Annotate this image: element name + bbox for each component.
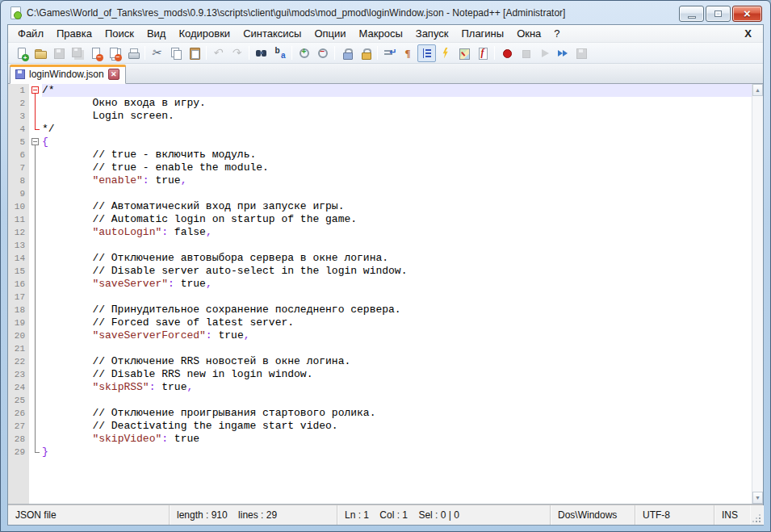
code-line-14[interactable]: 14 // Отключение автовыбора сервера в ок… <box>8 252 752 265</box>
tab-loginwindow-json[interactable]: loginWindow.json ✕ <box>10 65 126 84</box>
code-line-1[interactable]: 1/* <box>8 84 752 97</box>
save-file-icon <box>52 47 65 60</box>
code-text <box>42 239 752 252</box>
scroll-up-icon[interactable]: ▲ <box>752 84 763 96</box>
sync-scroll-horizontal-button[interactable] <box>356 44 375 62</box>
menu-?[interactable]: ? <box>547 26 566 41</box>
code-line-28[interactable]: 28 "skipVideo": true <box>8 433 752 446</box>
title-bar[interactable]: C:\Games\World_of_Tanks\res_mods\0.9.13\… <box>1 1 770 24</box>
fold-margin <box>29 174 42 187</box>
code-line-22[interactable]: 22 // Отключение RRS новостей в окне лог… <box>8 355 752 368</box>
code-line-4[interactable]: 4*/ <box>8 123 752 136</box>
sync-scroll-vertical-button[interactable] <box>337 44 356 62</box>
fold-margin <box>29 407 42 420</box>
record-macro-button[interactable] <box>497 44 516 62</box>
code-line-8[interactable]: 8 "enable": true, <box>8 174 752 187</box>
menu-правка[interactable]: Правка <box>50 26 98 41</box>
code-line-29[interactable]: 29} <box>8 446 752 459</box>
run-macro-multiple-times-button[interactable] <box>553 44 572 62</box>
show-all-characters-button[interactable] <box>399 44 417 62</box>
code-line-9[interactable]: 9 <box>8 187 752 200</box>
function-list-button[interactable] <box>473 44 492 62</box>
zoom-in-button[interactable] <box>295 44 313 62</box>
menu-вид[interactable]: Вид <box>140 26 173 41</box>
copy-button[interactable] <box>166 44 185 62</box>
code-line-23[interactable]: 23 // Disable RRS new in login window. <box>8 368 752 381</box>
menu-окна[interactable]: Окна <box>510 26 547 41</box>
indent-guide-button[interactable] <box>417 44 436 62</box>
close-file-button[interactable] <box>86 44 105 62</box>
restore-button[interactable] <box>706 6 731 22</box>
fold-margin <box>29 433 42 446</box>
code-line-11[interactable]: 11 // Automatic login on startup of the … <box>8 213 752 226</box>
code-line-26[interactable]: 26 // Отключение проигрывания стартового… <box>8 407 752 420</box>
close-file-icon <box>90 47 103 60</box>
code-line-18[interactable]: 18 // Принудительное сохранение последне… <box>8 304 752 316</box>
toolbar-separator <box>377 46 378 60</box>
fold-margin <box>29 329 42 342</box>
code-line-6[interactable]: 6 // true - включить модуль. <box>8 149 752 161</box>
code-line-10[interactable]: 10 // Автоматический вход при запуске иг… <box>8 200 752 213</box>
code-line-12[interactable]: 12 "autoLogin": false, <box>8 226 752 239</box>
fold-toggle-icon[interactable] <box>29 136 42 149</box>
code-text: "skipVideo": true <box>42 433 752 446</box>
line-number: 10 <box>8 200 29 213</box>
line-number: 14 <box>8 252 29 265</box>
line-number: 11 <box>8 213 29 226</box>
menu-плагины[interactable]: Плагины <box>455 26 510 41</box>
print-button[interactable] <box>124 44 142 62</box>
code-line-27[interactable]: 27 // Deactivating the ingame start vide… <box>8 420 752 433</box>
code-line-21[interactable]: 21 <box>8 342 752 355</box>
zoom-out-button[interactable] <box>313 44 332 62</box>
editor-area[interactable]: 1/*2 Окно входа в игру.3 Login screen.4*… <box>8 84 763 505</box>
fold-toggle-icon[interactable] <box>29 84 42 97</box>
scroll-down-icon[interactable]: ▼ <box>752 492 763 504</box>
menu-файл[interactable]: Файл <box>11 26 50 41</box>
new-file-button[interactable] <box>12 44 31 62</box>
menubar-close-icon[interactable]: X <box>736 27 760 40</box>
code-line-19[interactable]: 19 // Forced save of latest server. <box>8 316 752 329</box>
status-insert-mode[interactable]: INS <box>714 505 750 525</box>
code-line-15[interactable]: 15 // Disable server auto-select in the … <box>8 265 752 278</box>
code-line-2[interactable]: 2 Окно входа в игру. <box>8 97 752 110</box>
minimize-button[interactable] <box>679 6 704 22</box>
editor-lines: 1/*2 Окно входа в игру.3 Login screen.4*… <box>8 84 752 504</box>
syntax-highlighting-button[interactable] <box>436 44 455 62</box>
find-button[interactable] <box>252 44 270 62</box>
document-map-button[interactable] <box>455 44 473 62</box>
toolbar-separator <box>494 46 495 60</box>
code-line-20[interactable]: 20 "saveServerForced": true, <box>8 329 752 342</box>
code-text <box>42 187 752 200</box>
vertical-scrollbar[interactable]: ▲ ▼ <box>752 84 763 504</box>
cut-button[interactable] <box>148 44 166 62</box>
status-cursor-position: Ln : 1 Col : 1 Sel : 0 | 0 <box>337 505 551 525</box>
line-number: 9 <box>8 187 29 200</box>
paste-button[interactable] <box>185 44 203 62</box>
code-line-3[interactable]: 3 Login screen. <box>8 110 752 123</box>
close-button[interactable]: × <box>732 6 762 22</box>
paste-icon <box>188 47 201 60</box>
code-line-17[interactable]: 17 <box>8 291 752 304</box>
word-wrap-button[interactable] <box>380 44 399 62</box>
open-file-button[interactable] <box>31 44 49 62</box>
code-line-25[interactable]: 25 <box>8 394 752 407</box>
status-encoding[interactable]: UTF-8 <box>635 505 714 525</box>
menu-кодировки[interactable]: Кодировки <box>172 26 237 41</box>
replace-button[interactable] <box>270 44 289 62</box>
status-eol-format[interactable]: Dos\Windows <box>551 505 635 525</box>
save-file-button <box>49 44 68 62</box>
code-line-7[interactable]: 7 // true - enable the module. <box>8 161 752 174</box>
tab-close-icon[interactable]: ✕ <box>108 69 119 80</box>
code-line-5[interactable]: 5{ <box>8 136 752 149</box>
code-line-13[interactable]: 13 <box>8 239 752 252</box>
code-line-24[interactable]: 24 "skipRSS": true, <box>8 381 752 394</box>
menu-запуск[interactable]: Запуск <box>409 26 455 41</box>
menu-макросы[interactable]: Макросы <box>353 26 409 41</box>
code-line-16[interactable]: 16 "saveServer": true, <box>8 278 752 291</box>
menu-опции[interactable]: Опции <box>308 26 352 41</box>
menu-синтаксисы[interactable]: Синтаксисы <box>237 26 308 41</box>
play-macro-button <box>534 44 553 62</box>
menu-поиск[interactable]: Поиск <box>98 26 140 41</box>
close-all-button[interactable] <box>105 44 124 62</box>
resize-grip[interactable] <box>750 505 763 525</box>
